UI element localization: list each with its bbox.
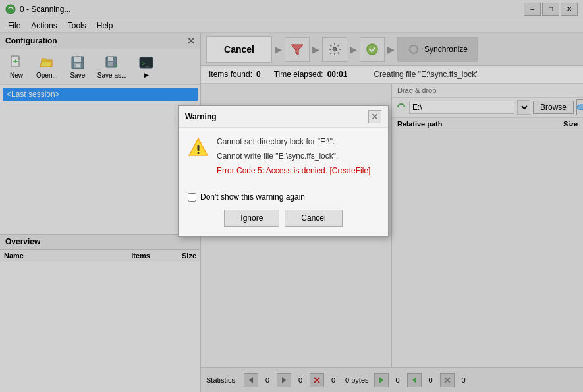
dont-show-label: Don't show this warning again: [200, 192, 305, 202]
dialog-buttons: Ignore Cancel: [188, 210, 379, 227]
svg-rect-38: [198, 145, 200, 151]
dialog-footer: Don't show this warning again Ignore Can…: [179, 187, 388, 236]
dialog-msg-1: Cannot set directory lock for "E:\".: [217, 137, 379, 146]
dialog-messages: Cannot set directory lock for "E:\". Can…: [217, 137, 379, 181]
dialog-msg-2: Cannot write file "E:\sync.ffs_lock".: [217, 152, 379, 161]
dont-show-row: Don't show this warning again: [188, 192, 379, 202]
dialog-cancel-button[interactable]: Cancel: [285, 210, 342, 227]
dialog-overlay: Warning ✕ Cannot set directory lock for …: [0, 0, 583, 392]
dialog-body: Cannot set directory lock for "E:\". Can…: [179, 128, 388, 187]
dialog-title-bar: Warning ✕: [179, 106, 388, 128]
warning-dialog: Warning ✕ Cannot set directory lock for …: [178, 105, 389, 237]
ignore-button[interactable]: Ignore: [224, 210, 279, 227]
dialog-close-button[interactable]: ✕: [368, 110, 381, 123]
dont-show-checkbox[interactable]: [188, 193, 196, 202]
dialog-msg-3: Error Code 5: Access is denied. [CreateF…: [217, 166, 379, 175]
dialog-title: Warning: [185, 112, 217, 121]
warning-icon: [188, 137, 209, 181]
svg-point-39: [198, 152, 200, 154]
